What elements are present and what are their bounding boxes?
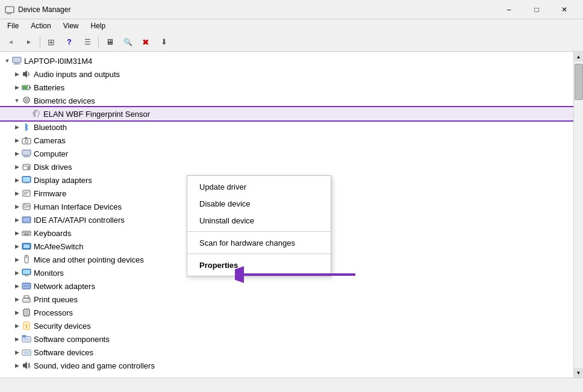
minimize-button[interactable]: –	[495, 0, 523, 19]
tree-item-disk[interactable]: ▶ Disk drives	[0, 160, 573, 173]
tree-label-root: LAPTOP-I0IM31M4	[24, 57, 92, 66]
expand-icon-biometric[interactable]: ▼	[12, 96, 22, 105]
expand-icon-processor[interactable]: ▶	[12, 308, 22, 317]
svg-point-57	[28, 299, 30, 300]
expand-icon-firmware[interactable]: ▶	[12, 188, 22, 198]
back-button[interactable]: ◄	[2, 34, 19, 50]
expand-icon-mouse[interactable]: ▶	[12, 255, 22, 264]
tree-item-network[interactable]: ▶ Network adapters	[0, 279, 573, 293]
svg-rect-46	[23, 270, 30, 274]
svg-rect-18	[24, 155, 29, 157]
down-button[interactable]: ⬇	[155, 34, 172, 50]
expand-icon-display[interactable]: ▶	[12, 175, 22, 185]
tree-item-sw-devices[interactable]: ▶ Software devices	[0, 346, 573, 359]
svg-rect-59	[25, 311, 28, 314]
svg-rect-71	[22, 335, 26, 337]
expand-icon-sw-devices[interactable]: ▶	[12, 347, 22, 357]
status-bar	[0, 378, 583, 392]
expand-icon-hid[interactable]: ▶	[12, 202, 22, 211]
expand-icon-audio[interactable]: ▶	[12, 69, 22, 79]
display-icon	[22, 175, 31, 185]
forward-button[interactable]: ►	[20, 34, 37, 50]
expand-icon-keyboard[interactable]: ▶	[12, 228, 22, 238]
help-button[interactable]: ?	[61, 34, 78, 50]
tree-label-mouse: Mice and other pointing devices	[34, 255, 144, 264]
svg-rect-19	[23, 157, 30, 157]
close-button[interactable]: ✕	[550, 0, 578, 19]
svg-point-53	[28, 285, 29, 287]
expand-icon-computer[interactable]: ▶	[12, 149, 22, 158]
device-prop-button[interactable]: ☰	[79, 34, 96, 50]
tree-item-computer[interactable]: ▶ Computer	[0, 147, 573, 160]
tree-item-sw-components[interactable]: ▶ Software components	[0, 332, 573, 346]
tree-label-keyboard: Keyboards	[34, 229, 71, 238]
expand-icon-sound[interactable]: ▶	[12, 361, 22, 370]
expand-icon-bluetooth[interactable]: ▶	[12, 122, 22, 132]
maximize-button[interactable]: □	[523, 0, 550, 19]
context-menu-update-driver[interactable]: Update driver	[187, 178, 331, 195]
context-menu-disable-device[interactable]: Disable device	[187, 195, 331, 212]
monitor-button[interactable]: 🖥	[101, 34, 118, 50]
tree-item-sound[interactable]: ▶ Sound, video and game controllers	[0, 359, 573, 372]
tree-label-batteries: Batteries	[34, 83, 64, 92]
svg-rect-6	[13, 64, 20, 64]
context-menu-uninstall-device[interactable]: Uninstall device	[187, 212, 331, 229]
tree-label-sw-devices: Software devices	[34, 348, 93, 357]
bluetooth-icon: ᛒ	[22, 122, 31, 132]
tree-item-fingerprint[interactable]: ▶ ELAN WBF Fingerprint Sensor	[0, 107, 573, 120]
computer-icon	[12, 56, 22, 66]
processor-icon	[22, 308, 31, 317]
tree-label-monitors: Monitors	[34, 269, 64, 278]
scrollbar[interactable]: ▲ ▼	[573, 52, 583, 378]
update-driver-label: Update driver	[199, 182, 246, 191]
tree-item-processor[interactable]: ▶ Processors	[0, 306, 573, 319]
ide-icon	[22, 215, 31, 225]
scroll-up-arrow[interactable]: ▲	[574, 52, 584, 61]
expand-icon-disk[interactable]: ▶	[12, 162, 22, 172]
tree-item-root[interactable]: ▼ LAPTOP-I0IM31M4	[0, 54, 573, 67]
scrollbar-thumb[interactable]	[575, 64, 583, 100]
svg-rect-67	[25, 324, 28, 326]
expand-icon-print[interactable]: ▶	[12, 294, 22, 304]
expand-icon-monitors[interactable]: ▶	[12, 268, 22, 278]
tree-item-cameras[interactable]: ▶ Cameras	[0, 134, 573, 147]
svg-rect-56	[24, 300, 29, 302]
grid-icon: ⊞	[48, 37, 55, 47]
context-menu-properties[interactable]: Properties	[187, 257, 331, 273]
expand-icon-mcafee[interactable]: ▶	[12, 241, 22, 251]
tree-item-batteries[interactable]: ▶ Batteries	[0, 81, 573, 94]
tree-label-processor: Processors	[34, 308, 73, 317]
expand-icon-sw-components[interactable]: ▶	[12, 334, 22, 344]
tree-item-bluetooth[interactable]: ▶ ᛒ Bluetooth	[0, 120, 573, 134]
svg-point-21	[28, 167, 30, 169]
biometric-icon	[22, 96, 31, 105]
scan-button[interactable]: 🔍	[119, 34, 136, 50]
expand-icon-root[interactable]: ▼	[2, 56, 12, 66]
expand-icon-batteries[interactable]: ▶	[12, 82, 22, 92]
tree-item-biometric[interactable]: ▼ Biometric devices	[0, 94, 573, 107]
svg-rect-0	[5, 7, 14, 13]
tree-item-print[interactable]: ▶ Print queues	[0, 293, 573, 306]
menu-help[interactable]: Help	[86, 20, 111, 31]
expand-icon-ide[interactable]: ▶	[12, 215, 22, 225]
tree-item-audio[interactable]: ▶ Audio inputs and outputs	[0, 67, 573, 81]
context-menu-scan-hardware[interactable]: Scan for hardware changes	[187, 234, 331, 251]
mouse-icon	[22, 255, 31, 264]
menu-action[interactable]: Action	[26, 20, 55, 31]
menu-file[interactable]: File	[2, 20, 23, 31]
remove-button[interactable]: ✖	[137, 34, 154, 50]
expand-icon-network[interactable]: ▶	[12, 281, 22, 291]
expand-icon-cameras[interactable]: ▶	[12, 135, 22, 145]
menu-view[interactable]: View	[58, 20, 84, 31]
svg-rect-5	[14, 63, 19, 64]
properties-grid-button[interactable]: ⊞	[43, 34, 60, 50]
scrollbar-track[interactable]	[574, 61, 584, 368]
svg-rect-16	[25, 137, 27, 138]
firmware-icon	[22, 188, 31, 198]
scroll-down-arrow[interactable]: ▼	[574, 368, 584, 378]
svg-marker-74	[23, 362, 27, 369]
tree-label-biometric: Biometric devices	[34, 96, 95, 105]
expand-icon-security[interactable]: ▶	[12, 321, 22, 331]
tree-item-security[interactable]: ▶ Security devices	[0, 319, 573, 332]
security-icon	[22, 321, 31, 331]
